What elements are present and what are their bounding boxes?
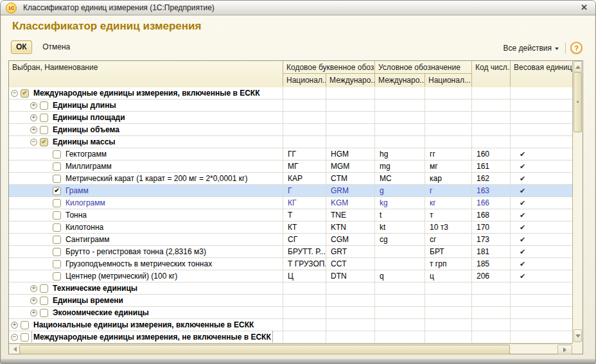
column-header-symbol-group[interactable]: Условное обозначение [375,61,472,74]
cell-letter_nat: Г [283,185,326,196]
row-checkbox[interactable] [21,89,29,98]
row-checkbox[interactable] [40,114,48,122]
row-checkbox[interactable] [40,126,48,134]
cell-code: 173 [472,234,511,245]
column-header-letter-international[interactable]: Междунаро... [326,74,375,87]
expander-minus-icon[interactable]: − [11,90,18,97]
table-row[interactable]: Грузоподъемность в метрических тоннахТ Г… [9,258,572,270]
column-header-weight-unit[interactable]: Весовая единица [511,61,572,87]
cell-letter_nat [283,295,326,306]
column-header-symbol-international[interactable]: Междунаро... [375,74,425,87]
table-row[interactable]: +Технические единицы [9,282,572,295]
column-header-symbol-national[interactable]: Национал... [425,74,472,87]
scroll-up-button[interactable] [574,61,582,73]
scroll-left-button[interactable] [10,345,19,353]
title-bar: 1С Классификатор единиц измерения (1С:Пр… [1,1,595,15]
table-row[interactable]: СантиграммСГCGMcgсг173✔ [9,234,572,246]
cell-letter_nat [283,124,326,135]
column-header-numeric-code[interactable]: Код числ... [472,61,511,87]
table-row[interactable]: Метрический карат (1 карат = 200 мг = 2*… [9,173,572,185]
expander-plus-icon[interactable]: + [30,297,37,304]
help-button[interactable]: ? [570,42,583,54]
column-header-letter-code-group[interactable]: Кодовое буквенное обозн... [283,61,375,74]
cell-symbol_nat [425,136,472,148]
table-row[interactable]: Центнер (метрический) (100 кг)ЦDTNqц206✔ [9,270,572,282]
name-cell: −Единицы массы [9,136,283,148]
all-actions-button[interactable]: Все действия [501,42,561,54]
cell-letter_int: GRM [326,185,375,196]
table-row[interactable]: ГектограммГГHGMhgгг160✔ [9,148,572,160]
row-checkbox[interactable] [53,248,61,256]
column-header-name[interactable]: Выбран, Наименование [9,61,283,87]
horizontal-scroll-thumb[interactable] [19,345,510,354]
table-row[interactable]: КилограммКГKGMkgкг166✔ [9,197,572,209]
expander-minus-icon[interactable]: − [11,334,18,341]
table-row[interactable]: МиллиграммМГMGMmgмг161✔ [9,160,572,173]
expander-plus-icon[interactable]: + [11,322,18,329]
cell-letter_int [326,124,375,135]
cell-weight [511,282,572,294]
table-row[interactable]: +Единицы длины [9,100,572,112]
row-checkbox[interactable] [53,272,61,281]
chevron-down-icon [555,48,559,50]
cell-letter_int [326,331,375,343]
units-table: Выбран, Наименование Кодовое буквенное о… [8,60,583,354]
expander-plus-icon[interactable]: + [30,114,37,121]
expander-plus-icon[interactable]: + [30,285,37,292]
table-row[interactable]: ТоннаТTNEtт168✔ [9,209,572,221]
table-row[interactable]: +Единицы объема [9,124,572,136]
cell-weight: ✔ [511,148,572,160]
row-checkbox[interactable] [53,150,61,159]
row-checkbox[interactable] [53,211,61,220]
row-checkbox[interactable] [53,260,61,268]
expander-plus-icon[interactable]: + [30,309,37,316]
table-row[interactable]: +Экономические единицы [9,307,572,319]
vertical-scroll-thumb[interactable] [574,72,582,132]
cell-letter_nat: Т [283,209,326,221]
table-row[interactable]: −Международные единицы измерения, включе… [9,87,572,100]
cell-symbol_nat [425,124,472,135]
row-label: Центнер (метрический) (100 кг) [64,270,179,282]
cell-code [472,87,511,99]
scroll-right-button[interactable] [557,345,572,354]
row-checkbox[interactable] [40,297,48,305]
close-icon[interactable]: ✕ [581,3,588,12]
cell-weight [511,124,572,135]
row-checkbox[interactable] [53,187,61,195]
row-checkbox[interactable] [21,333,29,342]
row-checkbox[interactable] [53,162,61,171]
table-row[interactable]: −Единицы массы [9,136,572,148]
name-cell: Миллиграмм [9,160,283,172]
cell-weight [511,112,572,123]
row-checkbox[interactable] [53,199,61,207]
row-checkbox[interactable] [21,321,29,329]
row-checkbox[interactable] [53,175,61,183]
table-row[interactable]: −Международные единицы измерения, не вкл… [9,331,572,343]
table-row[interactable]: Брутто - регистровая тонна (2,8316 м3)БР… [9,246,572,258]
expander-minus-icon[interactable]: − [30,139,37,146]
row-checkbox[interactable] [40,309,48,317]
table-row[interactable]: +Национальные единицы измерения, включен… [9,319,572,331]
cell-symbol_int: kg [375,197,425,209]
row-checkbox[interactable] [53,236,61,244]
row-checkbox[interactable] [40,284,48,293]
cell-symbol_nat: г [425,185,472,196]
cell-symbol_nat [425,282,472,294]
table-row[interactable]: +Единицы времени [9,295,572,307]
expander-plus-icon[interactable]: + [30,126,37,134]
row-checkbox[interactable] [40,138,48,146]
row-checkbox[interactable] [40,101,48,110]
ok-button[interactable]: ОК [11,40,32,54]
expander-plus-icon[interactable]: + [30,102,37,109]
row-checkbox[interactable] [53,223,61,232]
cell-code [472,100,511,111]
column-header-letter-national[interactable]: Национал... [283,74,326,87]
name-cell: Килотонна [9,221,283,233]
table-row[interactable]: +Единицы площади [9,112,572,124]
table-row[interactable]: ГраммГGRMgг163✔ [9,185,572,197]
cell-letter_int [326,307,375,318]
table-header: Выбран, Наименование Кодовое буквенное о… [9,61,572,88]
cancel-button[interactable]: Отмена [39,40,74,53]
scroll-down-button[interactable] [574,329,582,342]
table-row[interactable]: КилотоннаКТKTNkt10 т3170✔ [9,221,572,234]
